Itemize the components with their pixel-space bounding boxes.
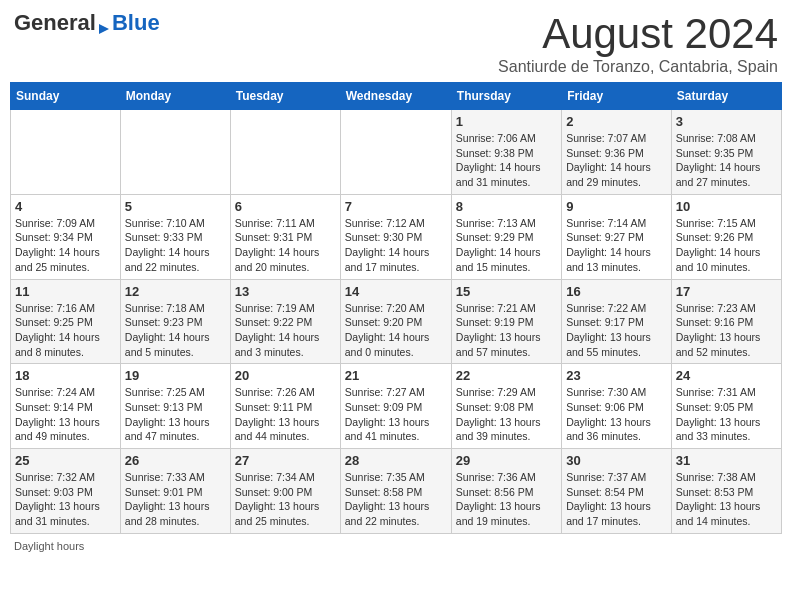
calendar-cell: 26Sunrise: 7:33 AMSunset: 9:01 PMDayligh… [120,449,230,534]
day-info: Sunrise: 7:22 AMSunset: 9:17 PMDaylight:… [566,301,667,360]
calendar-cell: 1Sunrise: 7:06 AMSunset: 9:38 PMDaylight… [451,110,561,195]
calendar-cell: 23Sunrise: 7:30 AMSunset: 9:06 PMDayligh… [562,364,672,449]
calendar-cell: 25Sunrise: 7:32 AMSunset: 9:03 PMDayligh… [11,449,121,534]
page-header: General Blue August 2024 Santiurde de To… [10,10,782,76]
day-number: 16 [566,284,667,299]
day-number: 12 [125,284,226,299]
day-number: 23 [566,368,667,383]
week-row-4: 18Sunrise: 7:24 AMSunset: 9:14 PMDayligh… [11,364,782,449]
day-info: Sunrise: 7:38 AMSunset: 8:53 PMDaylight:… [676,470,777,529]
calendar-cell: 2Sunrise: 7:07 AMSunset: 9:36 PMDaylight… [562,110,672,195]
day-info: Sunrise: 7:23 AMSunset: 9:16 PMDaylight:… [676,301,777,360]
day-number: 7 [345,199,447,214]
day-info: Sunrise: 7:11 AMSunset: 9:31 PMDaylight:… [235,216,336,275]
day-header-sunday: Sunday [11,83,121,110]
day-number: 1 [456,114,557,129]
day-info: Sunrise: 7:24 AMSunset: 9:14 PMDaylight:… [15,385,116,444]
day-number: 22 [456,368,557,383]
main-title: August 2024 [498,10,778,58]
calendar-body: 1Sunrise: 7:06 AMSunset: 9:38 PMDaylight… [11,110,782,534]
day-number: 9 [566,199,667,214]
calendar-cell: 16Sunrise: 7:22 AMSunset: 9:17 PMDayligh… [562,279,672,364]
calendar-cell: 5Sunrise: 7:10 AMSunset: 9:33 PMDaylight… [120,194,230,279]
calendar-cell: 27Sunrise: 7:34 AMSunset: 9:00 PMDayligh… [230,449,340,534]
calendar-cell: 4Sunrise: 7:09 AMSunset: 9:34 PMDaylight… [11,194,121,279]
day-number: 31 [676,453,777,468]
day-number: 6 [235,199,336,214]
calendar-cell: 14Sunrise: 7:20 AMSunset: 9:20 PMDayligh… [340,279,451,364]
day-number: 15 [456,284,557,299]
day-number: 24 [676,368,777,383]
day-info: Sunrise: 7:29 AMSunset: 9:08 PMDaylight:… [456,385,557,444]
calendar-cell: 9Sunrise: 7:14 AMSunset: 9:27 PMDaylight… [562,194,672,279]
week-row-5: 25Sunrise: 7:32 AMSunset: 9:03 PMDayligh… [11,449,782,534]
day-info: Sunrise: 7:26 AMSunset: 9:11 PMDaylight:… [235,385,336,444]
calendar-cell: 12Sunrise: 7:18 AMSunset: 9:23 PMDayligh… [120,279,230,364]
day-info: Sunrise: 7:18 AMSunset: 9:23 PMDaylight:… [125,301,226,360]
calendar-cell [230,110,340,195]
logo-general-text: General [14,10,96,36]
calendar-cell: 7Sunrise: 7:12 AMSunset: 9:30 PMDaylight… [340,194,451,279]
week-row-1: 1Sunrise: 7:06 AMSunset: 9:38 PMDaylight… [11,110,782,195]
day-info: Sunrise: 7:34 AMSunset: 9:00 PMDaylight:… [235,470,336,529]
day-info: Sunrise: 7:09 AMSunset: 9:34 PMDaylight:… [15,216,116,275]
day-number: 30 [566,453,667,468]
day-number: 21 [345,368,447,383]
day-number: 29 [456,453,557,468]
calendar-header: SundayMondayTuesdayWednesdayThursdayFrid… [11,83,782,110]
day-header-monday: Monday [120,83,230,110]
calendar-cell: 29Sunrise: 7:36 AMSunset: 8:56 PMDayligh… [451,449,561,534]
day-header-wednesday: Wednesday [340,83,451,110]
daylight-label: Daylight hours [14,540,84,552]
day-info: Sunrise: 7:08 AMSunset: 9:35 PMDaylight:… [676,131,777,190]
calendar-cell: 3Sunrise: 7:08 AMSunset: 9:35 PMDaylight… [671,110,781,195]
day-info: Sunrise: 7:19 AMSunset: 9:22 PMDaylight:… [235,301,336,360]
calendar-cell: 21Sunrise: 7:27 AMSunset: 9:09 PMDayligh… [340,364,451,449]
day-number: 8 [456,199,557,214]
day-info: Sunrise: 7:27 AMSunset: 9:09 PMDaylight:… [345,385,447,444]
day-number: 5 [125,199,226,214]
week-row-2: 4Sunrise: 7:09 AMSunset: 9:34 PMDaylight… [11,194,782,279]
calendar-cell: 13Sunrise: 7:19 AMSunset: 9:22 PMDayligh… [230,279,340,364]
logo-icon [97,22,111,36]
day-number: 2 [566,114,667,129]
title-block: August 2024 Santiurde de Toranzo, Cantab… [498,10,778,76]
day-number: 18 [15,368,116,383]
calendar-cell: 28Sunrise: 7:35 AMSunset: 8:58 PMDayligh… [340,449,451,534]
day-header-thursday: Thursday [451,83,561,110]
day-number: 27 [235,453,336,468]
day-header-saturday: Saturday [671,83,781,110]
calendar-cell: 30Sunrise: 7:37 AMSunset: 8:54 PMDayligh… [562,449,672,534]
day-info: Sunrise: 7:21 AMSunset: 9:19 PMDaylight:… [456,301,557,360]
day-number: 13 [235,284,336,299]
calendar-cell: 18Sunrise: 7:24 AMSunset: 9:14 PMDayligh… [11,364,121,449]
day-info: Sunrise: 7:36 AMSunset: 8:56 PMDaylight:… [456,470,557,529]
calendar-cell: 22Sunrise: 7:29 AMSunset: 9:08 PMDayligh… [451,364,561,449]
day-info: Sunrise: 7:20 AMSunset: 9:20 PMDaylight:… [345,301,447,360]
day-info: Sunrise: 7:31 AMSunset: 9:05 PMDaylight:… [676,385,777,444]
day-info: Sunrise: 7:14 AMSunset: 9:27 PMDaylight:… [566,216,667,275]
day-number: 19 [125,368,226,383]
footer: Daylight hours [10,540,782,552]
calendar-cell: 31Sunrise: 7:38 AMSunset: 8:53 PMDayligh… [671,449,781,534]
logo-blue-text: Blue [112,10,160,36]
calendar-cell: 6Sunrise: 7:11 AMSunset: 9:31 PMDaylight… [230,194,340,279]
calendar-cell: 15Sunrise: 7:21 AMSunset: 9:19 PMDayligh… [451,279,561,364]
day-number: 11 [15,284,116,299]
calendar-cell: 19Sunrise: 7:25 AMSunset: 9:13 PMDayligh… [120,364,230,449]
calendar-cell [340,110,451,195]
day-number: 25 [15,453,116,468]
day-info: Sunrise: 7:15 AMSunset: 9:26 PMDaylight:… [676,216,777,275]
day-info: Sunrise: 7:07 AMSunset: 9:36 PMDaylight:… [566,131,667,190]
week-row-3: 11Sunrise: 7:16 AMSunset: 9:25 PMDayligh… [11,279,782,364]
day-number: 17 [676,284,777,299]
day-header-tuesday: Tuesday [230,83,340,110]
calendar-table: SundayMondayTuesdayWednesdayThursdayFrid… [10,82,782,534]
calendar-cell: 11Sunrise: 7:16 AMSunset: 9:25 PMDayligh… [11,279,121,364]
svg-marker-0 [99,24,109,34]
calendar-cell [120,110,230,195]
day-number: 26 [125,453,226,468]
day-info: Sunrise: 7:30 AMSunset: 9:06 PMDaylight:… [566,385,667,444]
calendar-cell: 10Sunrise: 7:15 AMSunset: 9:26 PMDayligh… [671,194,781,279]
day-number: 3 [676,114,777,129]
